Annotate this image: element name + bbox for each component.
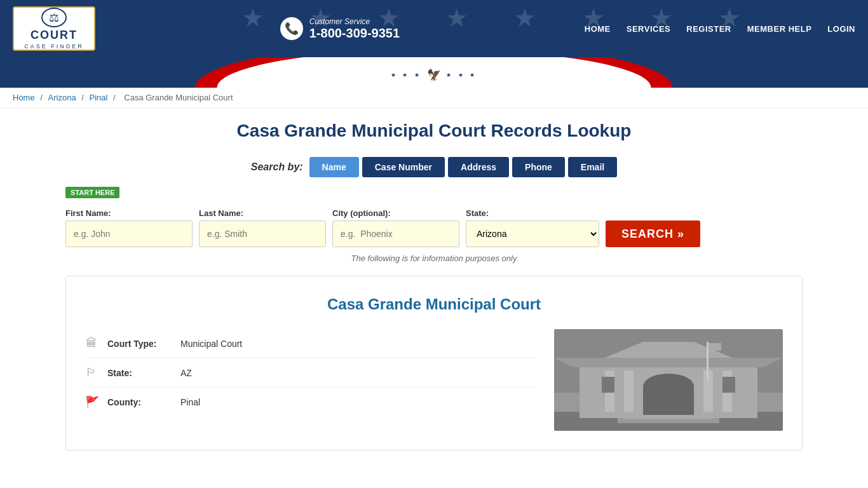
court-type-icon: 🏛 [85,337,98,350]
nav-register[interactable]: REGISTER [686,24,731,34]
court-card: Casa Grande Municipal Court 🏛 Court Type… [65,276,803,451]
breadcrumb-arizona[interactable]: Arizona [48,93,76,102]
state-label: State: [466,208,599,218]
court-type-label: Court Type: [107,339,171,349]
breadcrumb-sep-1: / [40,93,44,102]
arc-white: ★ ★ ★ 🦅 ★ ★ ★ [217,57,651,88]
logo-area: ⚖ COURT CASE FINDER [13,6,95,51]
main-content: Casa Grande Municipal Court Records Look… [53,108,815,463]
start-here-badge: START HERE [65,187,119,198]
breadcrumb-sep-3: / [113,93,118,102]
header-arc: ★ ★ ★ 🦅 ★ ★ ★ [0,57,868,88]
svg-point-5 [643,374,694,399]
court-type-value: Municipal Court [180,339,242,349]
court-county-value: Pinal [180,397,200,407]
tab-phone[interactable]: Phone [512,157,565,177]
svg-rect-14 [602,377,614,393]
logo-box: ⚖ COURT CASE FINDER [13,6,95,51]
court-state-label: State: [107,368,171,378]
phone-icon: 📞 [280,17,303,40]
courthouse-svg [554,329,783,431]
nav-member-help[interactable]: MEMBER HELP [747,24,812,34]
eagle-icon: 🦅 [427,68,441,82]
tab-address[interactable]: Address [448,157,509,177]
court-building-image [554,329,783,431]
svg-rect-17 [624,415,713,419]
court-info-list: 🏛 Court Type: Municipal Court 🏳 State: A… [85,329,535,431]
customer-service-info: Customer Service 1-800-309-9351 [309,17,400,41]
court-state-value: AZ [180,368,192,378]
court-type-row: 🏛 Court Type: Municipal Court [85,329,535,358]
logo-court-text: COURT [31,29,78,42]
search-form: First Name: Last Name: City (optional): … [65,208,803,247]
customer-service-area: 📞 Customer Service 1-800-309-9351 [280,17,400,41]
logo-emblem: ⚖ [41,8,67,27]
breadcrumb-home[interactable]: Home [13,93,35,102]
main-nav: HOME SERVICES REGISTER MEMBER HELP LOGIN [585,24,855,34]
first-name-label: First Name: [65,208,193,218]
first-name-input[interactable] [65,220,193,247]
court-county-row: 🚩 County: Pinal [85,388,535,417]
tab-case-number[interactable]: Case Number [362,157,445,177]
city-label: City (optional): [332,208,459,218]
svg-rect-12 [707,342,709,380]
svg-rect-16 [618,418,719,423]
tab-name[interactable]: Name [309,157,359,177]
svg-marker-10 [554,358,783,367]
court-county-label: County: [107,397,171,407]
last-name-group: Last Name: [199,208,326,247]
last-name-input[interactable] [199,220,326,247]
city-input[interactable] [332,220,459,247]
svg-rect-15 [722,377,735,393]
court-card-title: Casa Grande Municipal Court [85,295,783,313]
nav-services[interactable]: SERVICES [627,24,671,34]
first-name-group: First Name: [65,208,193,247]
state-group: State: Arizona [466,208,599,247]
site-header: ★ ★ ★ ★ ★ ★ ★ ★ ⚖ COURT CASE FINDER 📞 Cu… [0,0,868,57]
arc-eagle-area: ★ ★ ★ 🦅 ★ ★ ★ [391,68,477,82]
svg-rect-13 [709,343,721,351]
nav-login[interactable]: LOGIN [827,24,855,34]
city-group: City (optional): [332,208,459,247]
last-name-label: Last Name: [199,208,326,218]
arc-stars-left: ★ ★ ★ [391,72,422,78]
court-details: 🏛 Court Type: Municipal Court 🏳 State: A… [85,329,783,431]
search-by-label: Search by: [251,161,303,173]
court-state-icon: 🏳 [85,366,98,379]
court-state-row: 🏳 State: AZ [85,358,535,388]
breadcrumb-pinal[interactable]: Pinal [89,93,107,102]
svg-rect-7 [624,370,634,412]
arc-stars-right: ★ ★ ★ [446,72,477,78]
page-title: Casa Grande Municipal Court Records Look… [65,121,803,141]
nav-home[interactable]: HOME [585,24,611,34]
court-county-icon: 🚩 [85,395,98,409]
customer-service-phone: 1-800-309-9351 [309,26,400,41]
breadcrumb-sep-2: / [81,93,86,102]
tab-email[interactable]: Email [568,157,617,177]
search-by-row: Search by: Name Case Number Address Phon… [65,157,803,177]
customer-service-label: Customer Service [309,17,400,26]
state-select[interactable]: Arizona [466,220,599,247]
info-note: The following is for information purpose… [65,254,803,263]
logo-sub-text: CASE FINDER [24,43,84,50]
search-button[interactable]: SEARCH » [606,220,700,247]
start-here-container: START HERE [65,187,803,203]
breadcrumb: Home / Arizona / Pinal / Casa Grande Mun… [0,88,868,108]
breadcrumb-current: Casa Grande Municipal Court [124,93,233,102]
